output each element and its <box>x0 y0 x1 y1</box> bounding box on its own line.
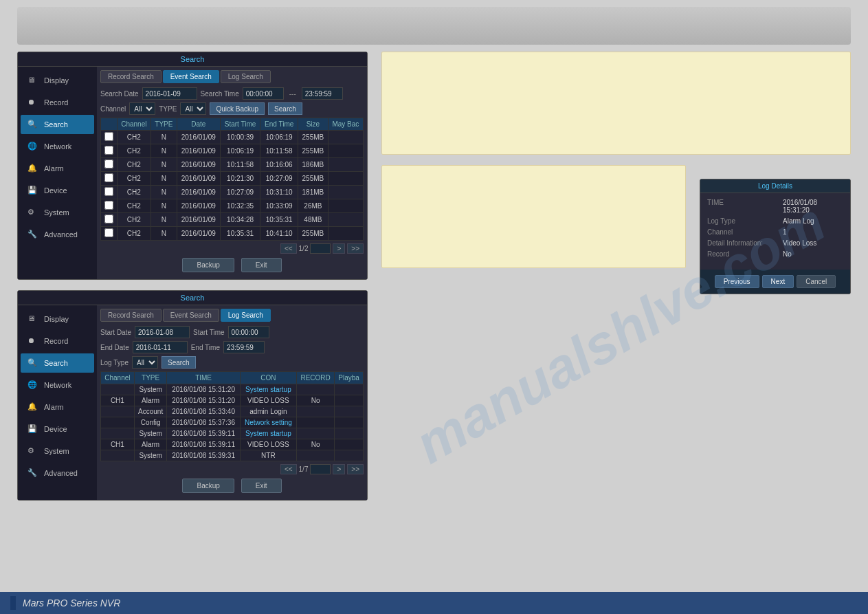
log-table-row[interactable]: System2016/01/08 15:31:20System startup <box>101 384 364 395</box>
log-table-cell: 2016/01/08 15:31:20 <box>167 384 240 395</box>
log-table-cell <box>296 428 334 439</box>
search-btn-2[interactable]: Search <box>162 356 196 369</box>
table-cell <box>328 144 363 158</box>
quick-backup-btn[interactable]: Quick Backup <box>210 102 265 115</box>
table-row[interactable]: CH2N2016/01/0910:32:3510:33:0926MB <box>101 199 364 213</box>
table-row[interactable]: CH2N2016/01/0910:34:2810:35:3148MB <box>101 213 364 227</box>
table-cell: 10:41:10 <box>260 227 298 241</box>
sidebar-item-display[interactable]: 🖥 Display <box>21 71 94 90</box>
tab-log-search-2[interactable]: Log Search <box>221 309 271 322</box>
row-checkbox[interactable] <box>104 146 113 155</box>
sidebar2-item-search[interactable]: 🔍 Search <box>21 353 94 373</box>
table-row[interactable]: CH2N2016/01/0910:00:3910:06:19255MB <box>101 131 364 144</box>
prev-btn[interactable]: Previous <box>715 275 759 288</box>
log-col-channel: Channel <box>101 372 135 384</box>
sidebar-item-alarm[interactable]: 🔔 Alarm <box>21 159 94 178</box>
sidebar-item-advanced[interactable]: 🔧 Advanced <box>21 225 94 244</box>
log-details-title: Log Details <box>700 179 850 193</box>
row-checkbox[interactable] <box>104 201 113 210</box>
exit-btn-1[interactable]: Exit <box>241 258 282 272</box>
page-next-btn[interactable]: > <box>333 243 345 254</box>
log-table-cell: System <box>134 428 167 439</box>
sidebar2-item-system[interactable]: ⚙ System <box>21 441 94 461</box>
panel2-body: 🖥 Display ⏺ Record 🔍 Search 🌐 Network <box>18 305 367 500</box>
tab-record-search-1[interactable]: Record Search <box>100 70 162 83</box>
log-type-detail-row: Log Type Alarm Log <box>707 217 843 225</box>
sidebar-item-search[interactable]: 🔍 Search <box>21 115 94 134</box>
advanced-icon: 🔧 <box>27 230 40 239</box>
log-table-row[interactable]: CH1Alarm2016/01/08 15:31:20VIDEO LOSSNo <box>101 395 364 406</box>
page-last-btn[interactable]: >> <box>347 243 364 254</box>
table-cell: 10:32:35 <box>220 199 260 213</box>
table-row[interactable]: CH2N2016/01/0910:35:3110:41:10255MB <box>101 227 364 241</box>
record2-icon: ⏺ <box>27 336 40 346</box>
channel-select[interactable]: All <box>129 102 155 115</box>
log-table-row[interactable]: Config2016/01/08 15:37:36Network setting <box>101 417 364 428</box>
type-select[interactable]: All <box>180 102 206 115</box>
log-table: Channel TYPE TIME CON RECORD Playba Syst… <box>100 371 364 461</box>
log-table-cell: Alarm <box>134 395 167 406</box>
log-table-row[interactable]: CH1Alarm2016/01/08 15:39:11VIDEO LOSSNo <box>101 439 364 450</box>
start-date-input[interactable] <box>135 326 190 338</box>
table-cell: 2016/01/09 <box>177 213 220 227</box>
table-cell: 2016/01/09 <box>177 186 220 199</box>
tab-event-search-2[interactable]: Event Search <box>163 309 219 322</box>
tab-log-search-1[interactable]: Log Search <box>221 70 271 83</box>
row-checkbox[interactable] <box>104 173 113 182</box>
log-type-select[interactable]: All <box>132 356 158 369</box>
table-cell: CH2 <box>117 186 151 199</box>
sidebar-item-network[interactable]: 🌐 Network <box>21 137 94 156</box>
log-page-last-btn[interactable]: >> <box>347 464 364 474</box>
row-checkbox[interactable] <box>104 187 113 196</box>
log-time-label: TIME <box>707 199 776 214</box>
row-checkbox[interactable] <box>104 228 113 237</box>
log-page-next-btn[interactable]: > <box>333 464 345 474</box>
next-btn[interactable]: Next <box>762 275 794 288</box>
end-date-label: End Date <box>100 344 129 351</box>
backup-btn-2[interactable]: Backup <box>182 479 234 493</box>
sidebar-item-record[interactable]: ⏺ Record <box>21 93 94 112</box>
sidebar2-item-record[interactable]: ⏺ Record <box>21 331 94 351</box>
table-cell: 10:35:31 <box>220 227 260 241</box>
sidebar-item-system[interactable]: ⚙ System <box>21 203 94 222</box>
exit-btn-2[interactable]: Exit <box>241 479 282 493</box>
col-end: End Time <box>260 118 298 131</box>
table-row[interactable]: CH2N2016/01/0910:27:0910:31:10181MB <box>101 186 364 199</box>
row-checkbox[interactable] <box>104 160 113 168</box>
page-input-1[interactable] <box>310 243 331 254</box>
log-page-input[interactable] <box>310 464 331 474</box>
sidebar2-item-network[interactable]: 🌐 Network <box>21 375 94 395</box>
tab-record-search-2[interactable]: Record Search <box>100 309 162 322</box>
log-table-row[interactable]: System2016/01/08 15:39:31NTR <box>101 450 364 461</box>
row-checkbox[interactable] <box>104 132 113 141</box>
end-time-input[interactable] <box>223 341 265 353</box>
log-details-panel: Log Details TIME 2016/01/08 15:31:20 Log… <box>700 179 851 294</box>
log-table-cell: admin Login <box>240 406 296 417</box>
log-table-cell: VIDEO LOSS <box>240 395 296 406</box>
sidebar2-item-advanced[interactable]: 🔧 Advanced <box>21 463 94 483</box>
row-checkbox[interactable] <box>104 215 113 223</box>
table-row[interactable]: CH2N2016/01/0910:06:1910:11:58255MB <box>101 144 364 158</box>
page-first-btn[interactable]: << <box>280 243 297 254</box>
left-panels: Search 🖥 Display ⏺ Record 🔍 Search <box>17 52 368 501</box>
log-page-first-btn[interactable]: << <box>280 464 297 474</box>
sidebar2-item-device[interactable]: 💾 Device <box>21 419 94 439</box>
cancel-btn[interactable]: Cancel <box>797 275 836 288</box>
search-time-start-input[interactable] <box>243 87 284 100</box>
log-table-row[interactable]: Account2016/01/08 15:33:40admin Login <box>101 406 364 417</box>
start-time-input[interactable] <box>228 326 269 338</box>
tab-event-search-1[interactable]: Event Search <box>163 70 219 83</box>
sidebar2-item-display[interactable]: 🖥 Display <box>21 309 94 329</box>
end-date-input[interactable] <box>133 341 188 353</box>
search-date-input[interactable] <box>142 87 197 100</box>
sidebar-item-device[interactable]: 💾 Device <box>21 181 94 200</box>
search-btn-1[interactable]: Search <box>268 102 302 115</box>
backup-btn-1[interactable]: Backup <box>182 258 234 272</box>
log-table-row[interactable]: System2016/01/08 15:39:11System startup <box>101 428 364 439</box>
table-row[interactable]: CH2N2016/01/0910:11:5810:16:06186MB <box>101 158 364 172</box>
tab-buttons-1: Record Search Event Search Log Search <box>100 70 364 83</box>
sidebar-item-record-label: Record <box>44 98 68 107</box>
table-row[interactable]: CH2N2016/01/0910:21:3010:27:09255MB <box>101 172 364 186</box>
search-time-end-input[interactable] <box>302 87 343 100</box>
sidebar2-item-alarm[interactable]: 🔔 Alarm <box>21 397 94 417</box>
